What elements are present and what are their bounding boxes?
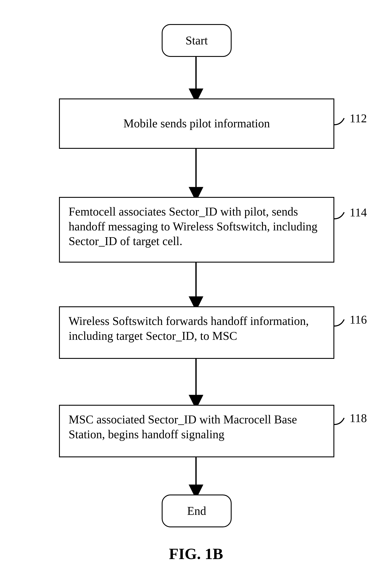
step-number-116: 116 [350,313,367,327]
step-number-114: 114 [350,206,367,219]
step-number-112: 112 [350,112,367,125]
connectors [0,0,392,570]
terminal-end-label: End [187,504,206,518]
process-step-112: Mobile sends pilot information [59,98,334,149]
terminal-start: Start [162,24,232,57]
process-step-114-text: Femtocell associates Sector_ID with pilo… [69,204,325,249]
step-number-118: 118 [350,411,367,425]
process-step-112-text: Mobile sends pilot information [124,116,270,131]
terminal-end: End [162,495,232,527]
flowchart-canvas: Start Mobile sends pilot information 112… [0,0,392,570]
process-step-118: MSC associated Sector_ID with Macrocell … [59,405,334,457]
process-step-114: Femtocell associates Sector_ID with pilo… [59,197,334,263]
process-step-116: Wireless Softswitch forwards handoff inf… [59,306,334,359]
figure-caption: FIG. 1B [0,545,392,563]
process-step-118-text: MSC associated Sector_ID with Macrocell … [69,412,325,442]
process-step-116-text: Wireless Softswitch forwards handoff inf… [69,314,325,343]
terminal-start-label: Start [185,34,208,47]
